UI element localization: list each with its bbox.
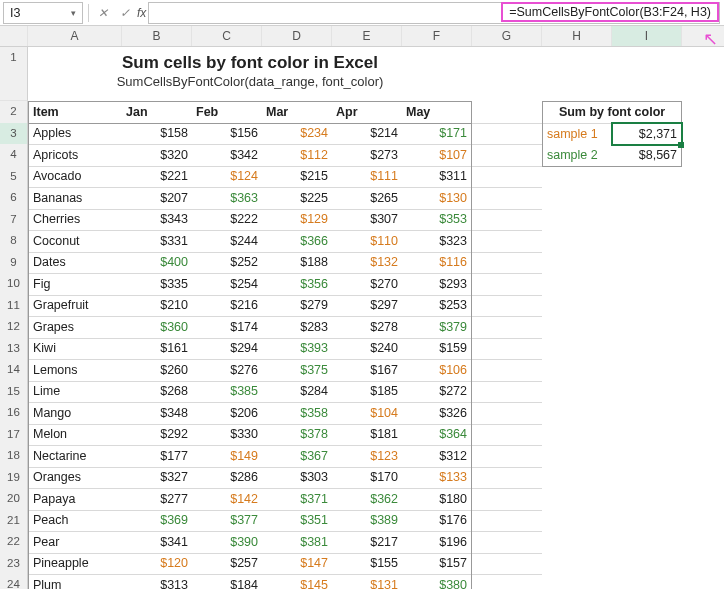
cell-value[interactable]: $129: [262, 209, 332, 232]
cell-value[interactable]: $253: [402, 295, 472, 318]
header-item[interactable]: Item: [28, 101, 122, 124]
cell-value[interactable]: $353: [402, 209, 472, 232]
row-header-13[interactable]: 13: [0, 338, 28, 361]
col-header-F[interactable]: F: [402, 26, 472, 46]
cell-value[interactable]: $184: [192, 574, 262, 589]
cell-empty[interactable]: [612, 359, 682, 382]
header-month[interactable]: Mar: [262, 101, 332, 124]
row-header-15[interactable]: 15: [0, 381, 28, 404]
cell-value[interactable]: $131: [332, 574, 402, 589]
cell-empty[interactable]: [472, 252, 542, 275]
cell-value[interactable]: $210: [122, 295, 192, 318]
row-header-23[interactable]: 23: [0, 553, 28, 576]
cell-empty[interactable]: [542, 381, 612, 404]
cell-value[interactable]: $360: [122, 316, 192, 339]
cell-value[interactable]: $130: [402, 187, 472, 210]
cell-value[interactable]: $112: [262, 144, 332, 167]
cell-empty[interactable]: [472, 338, 542, 361]
cell-empty[interactable]: [542, 402, 612, 425]
row-header-14[interactable]: 14: [0, 359, 28, 382]
cell-value[interactable]: $367: [262, 445, 332, 468]
cell-empty[interactable]: [542, 295, 612, 318]
cell-value[interactable]: $277: [122, 488, 192, 511]
cell-empty[interactable]: [542, 187, 612, 210]
cell-value[interactable]: $145: [262, 574, 332, 589]
sum-result-2[interactable]: $8,567: [612, 144, 682, 167]
cell-value[interactable]: $351: [262, 510, 332, 533]
cell-value[interactable]: $389: [332, 510, 402, 533]
cell-empty[interactable]: [472, 488, 542, 511]
cell-value[interactable]: $377: [192, 510, 262, 533]
cell-item[interactable]: Pineapple: [28, 553, 122, 576]
header-month[interactable]: May: [402, 101, 472, 124]
cell-empty[interactable]: [542, 510, 612, 533]
cell-value[interactable]: $313: [122, 574, 192, 589]
cell-value[interactable]: $244: [192, 230, 262, 253]
cell-empty[interactable]: [612, 230, 682, 253]
cell-value[interactable]: $216: [192, 295, 262, 318]
cell-item[interactable]: Avocado: [28, 166, 122, 189]
cell-empty[interactable]: [472, 402, 542, 425]
row-header-1[interactable]: 1: [0, 47, 28, 101]
cell-value[interactable]: $180: [402, 488, 472, 511]
cell-empty[interactable]: [472, 359, 542, 382]
cell-item[interactable]: Apples: [28, 123, 122, 146]
cell-value[interactable]: $106: [402, 359, 472, 382]
cell-item[interactable]: Bananas: [28, 187, 122, 210]
col-header-G[interactable]: G: [472, 26, 542, 46]
cell-empty[interactable]: [612, 316, 682, 339]
name-box[interactable]: I3 ▾: [3, 2, 83, 24]
cell-value[interactable]: $378: [262, 424, 332, 447]
cell-item[interactable]: Mango: [28, 402, 122, 425]
cell-empty[interactable]: [542, 338, 612, 361]
cell-item[interactable]: Grapes: [28, 316, 122, 339]
cell-empty[interactable]: [472, 144, 542, 167]
cell-value[interactable]: $188: [262, 252, 332, 275]
col-header-H[interactable]: H: [542, 26, 612, 46]
cell-item[interactable]: Coconut: [28, 230, 122, 253]
cell-item[interactable]: Grapefruit: [28, 295, 122, 318]
row-header-9[interactable]: 9: [0, 252, 28, 275]
cell-item[interactable]: Lime: [28, 381, 122, 404]
cell-value[interactable]: $375: [262, 359, 332, 382]
cell-empty[interactable]: [542, 209, 612, 232]
row-header-8[interactable]: 8: [0, 230, 28, 253]
cell-value[interactable]: $286: [192, 467, 262, 490]
cell-empty[interactable]: [472, 230, 542, 253]
cell-value[interactable]: $206: [192, 402, 262, 425]
cell-empty[interactable]: [542, 252, 612, 275]
cell-empty[interactable]: [472, 101, 542, 124]
cell-value[interactable]: $110: [332, 230, 402, 253]
cell-empty[interactable]: [472, 166, 542, 189]
header-month[interactable]: Feb: [192, 101, 262, 124]
cell-empty[interactable]: [472, 531, 542, 554]
cell-value[interactable]: $177: [122, 445, 192, 468]
cell-value[interactable]: $142: [192, 488, 262, 511]
cell-value[interactable]: $323: [402, 230, 472, 253]
cancel-icon[interactable]: ✕: [93, 3, 113, 23]
row-header-24[interactable]: 24: [0, 574, 28, 589]
row-header-11[interactable]: 11: [0, 295, 28, 318]
header-month[interactable]: Apr: [332, 101, 402, 124]
cell-item[interactable]: Melon: [28, 424, 122, 447]
cell-empty[interactable]: [472, 553, 542, 576]
cell-value[interactable]: $174: [192, 316, 262, 339]
cell-empty[interactable]: [612, 402, 682, 425]
cell-value[interactable]: $221: [122, 166, 192, 189]
cell-value[interactable]: $149: [192, 445, 262, 468]
cell-empty[interactable]: [472, 295, 542, 318]
cell-item[interactable]: Pear: [28, 531, 122, 554]
cell-item[interactable]: Nectarine: [28, 445, 122, 468]
cell-empty[interactable]: [542, 574, 612, 589]
cell-empty[interactable]: [542, 531, 612, 554]
cell-empty[interactable]: [612, 252, 682, 275]
cell-value[interactable]: $293: [402, 273, 472, 296]
col-header-I[interactable]: I: [612, 26, 682, 46]
cell-value[interactable]: $276: [192, 359, 262, 382]
cell-value[interactable]: $272: [402, 381, 472, 404]
cell-value[interactable]: $270: [332, 273, 402, 296]
cell-empty[interactable]: [612, 553, 682, 576]
cell-value[interactable]: $343: [122, 209, 192, 232]
row-header-10[interactable]: 10: [0, 273, 28, 296]
cell-empty[interactable]: [542, 273, 612, 296]
